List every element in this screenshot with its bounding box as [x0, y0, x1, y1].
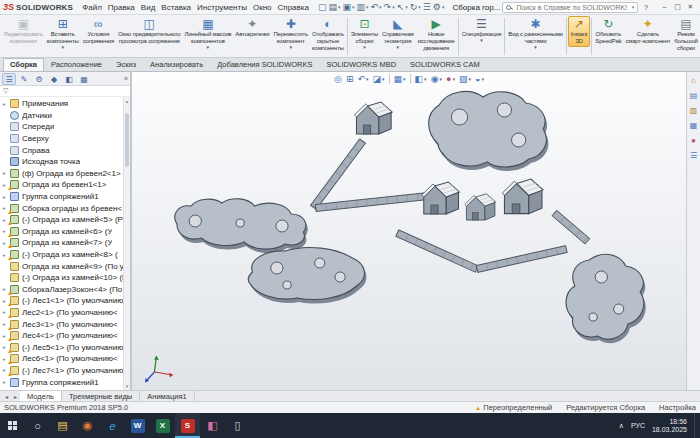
tree-item[interactable]: ▸▲(-) Лес5<1> (По умолчанию< — [0, 341, 130, 353]
tray-chevron-icon[interactable]: ∧ — [619, 422, 624, 430]
browser-icon[interactable]: ◉ — [75, 413, 100, 438]
mate-preview-button[interactable]: ◫Окно предварительногопросмотра сопряжен… — [116, 16, 182, 46]
tree-item[interactable]: ▸▲(-) Ограда из камней<8> ( — [0, 249, 130, 261]
plate-part[interactable] — [248, 247, 366, 303]
open-icon[interactable]: ▤▾ — [327, 1, 341, 14]
tree-item[interactable]: Исходная точка — [0, 156, 130, 168]
file-explorer-tab[interactable]: ▥ — [690, 106, 698, 115]
scroll-down-icon[interactable]: ▾ — [124, 383, 130, 389]
save-icon[interactable]: ▣▾ — [341, 1, 355, 14]
expand-arrow-icon[interactable]: ▸ — [3, 101, 10, 107]
view-settings-button[interactable]: ◒▾ — [475, 74, 484, 84]
maximize-button[interactable]: ▢ — [671, 3, 684, 11]
tree-item[interactable]: ▸▲Ограда из бревен1<1> — [0, 179, 130, 191]
custom-tab-status[interactable]: Настройка — [659, 403, 696, 412]
tree-item[interactable]: ▸▲(-) Лес1<1> (По умолчанию< — [0, 295, 130, 307]
tree-item[interactable]: ▸▲Лес4<1> (По умолчанию< — [0, 330, 130, 342]
help-button[interactable]: ? — [640, 4, 652, 11]
tree-item[interactable]: ▸▲(-) Ограда из камней<5> (Р — [0, 214, 130, 226]
tree-item[interactable]: Ограда из камней<9> (По умол — [0, 260, 130, 272]
tree-item[interactable]: Спереди — [0, 121, 130, 133]
model-tab-1[interactable]: Модель — [20, 391, 62, 401]
dimxpert-manager-tab[interactable]: ◆ — [47, 73, 61, 85]
tree-item[interactable]: Сверху — [0, 133, 130, 145]
appearances-scenes-tab[interactable]: ● — [691, 136, 696, 145]
feature-manager-tab[interactable]: ☰ — [2, 73, 16, 85]
solidworks-resources-tab[interactable]: ⌂ — [691, 76, 696, 85]
search-dropdown-icon[interactable]: ▾ — [632, 4, 635, 10]
zoom-fit-button[interactable]: ◎ — [334, 74, 342, 84]
tree-item[interactable]: ▸▲Лес6<1> (По умолчанию< — [0, 353, 130, 365]
overdefined-status[interactable]: ▲ Переопределенный — [475, 403, 552, 412]
start-button[interactable] — [0, 413, 25, 438]
tab-добавления-solidworks[interactable]: Добавления SOLIDWORKS — [210, 58, 319, 71]
menu-item[interactable]: Справка — [275, 2, 312, 13]
view-orientation-button[interactable]: ▦▾ — [394, 74, 406, 84]
tree-item[interactable]: ▸▲Лес2<1> (По умолчанию< — [0, 307, 130, 319]
update-speedpak-button[interactable]: ↻ОбновитьSpeedPak — [593, 16, 623, 46]
smart-fasteners-button[interactable]: ✦Автокрепежи — [233, 16, 271, 39]
motion-study-button[interactable]: ▶Новоеисследованиедвижения — [416, 16, 457, 52]
select-icon[interactable]: ↖▾ — [396, 1, 409, 14]
tree-scrollbar[interactable]: ▴ ▾ — [123, 97, 130, 390]
show-desktop-button[interactable] — [694, 413, 698, 438]
tree-item[interactable]: ▸▲(-) Лес7<1> (По умолчанию< — [0, 365, 130, 377]
view-palette-tab[interactable]: ▦ — [690, 121, 698, 130]
smart-component-button[interactable]: ✦Сделатьсмарт-компонент — [623, 16, 672, 46]
menu-item[interactable]: Вид — [138, 2, 158, 13]
tab-анализировать[interactable]: Анализировать — [143, 58, 210, 71]
bom-button[interactable]: ☰Спецификация▾ — [460, 16, 504, 44]
model-tab-2[interactable]: Трехмерные виды — [62, 391, 140, 401]
excel-icon[interactable]: X — [150, 413, 175, 438]
display-manager-tab[interactable]: ◧ — [62, 73, 76, 85]
scrollbar-thumb[interactable] — [125, 113, 129, 167]
menu-item[interactable]: Инструменты — [194, 2, 250, 13]
cam-tree-tab[interactable]: ▦ — [77, 73, 91, 85]
instant-3d-button[interactable]: ↗Instant3D — [568, 16, 591, 47]
scroll-up-icon[interactable]: ▴ — [124, 98, 130, 104]
file-explorer-icon[interactable]: ▤ — [50, 413, 75, 438]
filter-icon[interactable]: ▽ — [3, 87, 8, 95]
previous-view-button[interactable]: ↶▾ — [357, 74, 368, 84]
solidworks-icon[interactable]: S — [175, 413, 200, 438]
tree-item[interactable]: ▸Группа сопряжений1 — [0, 191, 130, 203]
design-library-tab[interactable]: ▤ — [690, 91, 698, 100]
reference-geometry-button[interactable]: ◣Справочнаягеометрия▾ — [380, 16, 416, 51]
tree-item[interactable]: ▸Примечания — [0, 98, 130, 110]
apply-scene-button[interactable]: ▨▾ — [459, 74, 471, 84]
tab-эскиз[interactable]: Эскиз — [109, 58, 143, 71]
new-icon[interactable]: ▢ — [317, 1, 328, 14]
hide-show-items-button[interactable]: ◉▾ — [431, 74, 442, 84]
edit-appearance-button[interactable]: ●▾ — [446, 74, 455, 84]
menu-item[interactable]: Окно — [250, 2, 275, 13]
expand-arrow-icon[interactable]: ▸ — [3, 379, 10, 385]
tab-сборка[interactable]: Сборка — [3, 58, 44, 71]
expand-arrow-icon[interactable]: ▸ — [3, 170, 10, 176]
model-tab-3[interactable]: Анимация1 — [140, 391, 194, 401]
expand-arrow-icon[interactable]: ▸ — [3, 194, 10, 200]
mate-button[interactable]: ∞Условиясопряжения — [81, 16, 116, 46]
graphics-area[interactable]: ◎⊞↶▾◪▾▦▾◧▾◉▾●▾▨▾◒▾ — [132, 72, 686, 390]
language-indicator[interactable]: РУС — [631, 422, 645, 429]
tree-item[interactable]: ▸(ф) Ограда из бревен2<1> — [0, 168, 130, 180]
search-input[interactable] — [514, 3, 628, 12]
search-icon[interactable]: ○ — [25, 413, 50, 438]
notepad-icon[interactable]: ▯ — [225, 413, 250, 438]
taskbar-clock[interactable]: 18:56 18.03.2025 — [652, 418, 687, 434]
tree-item[interactable]: ▸▲Ограда из камней<6> (У — [0, 226, 130, 238]
edge-icon[interactable]: e — [100, 413, 125, 438]
tree-item[interactable]: Справа — [0, 144, 130, 156]
tree-item[interactable]: (-) Ограда из камней<10> (По умол — [0, 272, 130, 284]
tree-item[interactable]: ▸▲Сборка ограды из бревен< — [0, 202, 130, 214]
exploded-view-button[interactable]: ✱Вид с разнесеннымичастями▾ — [506, 16, 564, 51]
tree-item[interactable]: ▸Группа сопряжений1 — [0, 376, 130, 388]
display-style-button[interactable]: ◧▾ — [415, 74, 427, 84]
configuration-manager-tab[interactable]: ⚙ — [32, 73, 46, 85]
tree-item[interactable]: ▸▲Ограда из камней<7> (У — [0, 237, 130, 249]
tab-scroll-right-icon[interactable]: ▸ — [11, 391, 20, 401]
undo-icon[interactable]: ↶▾ — [370, 1, 383, 14]
options-icon[interactable]: ⚙▾ — [432, 1, 446, 14]
image-viewer-icon[interactable]: ◧ — [200, 413, 225, 438]
tab-solidworks-cam[interactable]: SOLIDWORKS CAM — [403, 58, 487, 71]
help-search-box[interactable]: ▾ — [502, 2, 638, 13]
